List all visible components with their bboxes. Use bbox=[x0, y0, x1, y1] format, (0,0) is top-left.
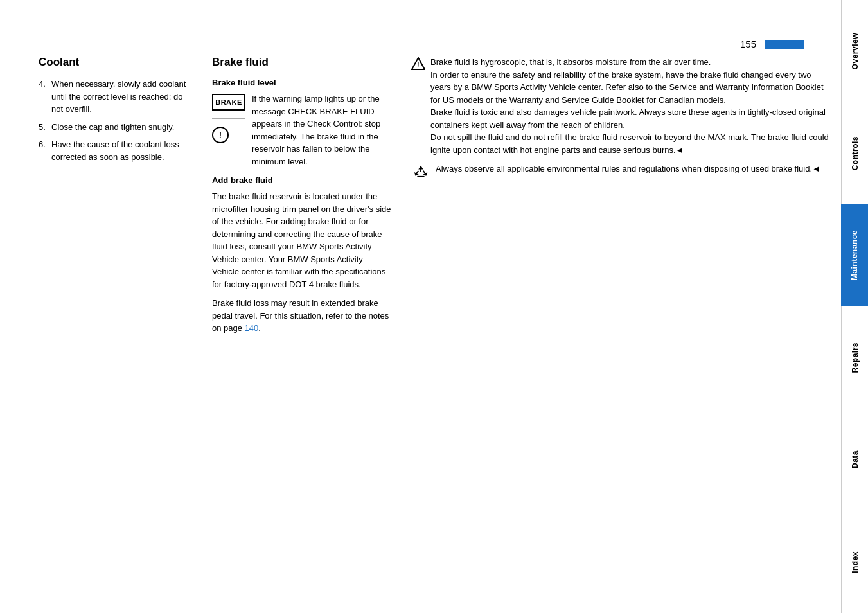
sidebar-tab-controls[interactable]: Controls bbox=[841, 102, 868, 204]
sidebar-tab-maintenance[interactable]: Maintenance bbox=[841, 204, 868, 306]
main-content: 155 Coolant 4. When necessary, slowly ad… bbox=[0, 0, 868, 613]
exclamation-circle-icon: ! bbox=[212, 127, 229, 143]
environmental-text: Always observe all applicable environmen… bbox=[436, 163, 820, 175]
brake-label: BRAKE bbox=[215, 98, 242, 106]
sidebar-tab-maintenance-label: Maintenance bbox=[850, 230, 859, 280]
brake-level-text: If the warning lamp lights up or the mes… bbox=[252, 93, 392, 168]
hygroscopic-para4: Do not spill the fluid and do not refill… bbox=[430, 132, 829, 155]
page-header: 155 bbox=[39, 39, 842, 49]
brake-fluid-section: Brake fluid Brake fluid level BRAKE ! If… bbox=[212, 56, 411, 587]
svg-text:!: ! bbox=[417, 62, 419, 69]
brake-fluid-warnings: ! Brake fluid is hygroscopic, that is, i… bbox=[411, 56, 842, 587]
right-sidebar: Overview Controls Maintenance Repairs Da… bbox=[841, 0, 868, 613]
add-brake-fluid-title: Add brake fluid bbox=[212, 175, 392, 185]
list-item: 5. Close the cap and tighten snugly. bbox=[39, 121, 193, 134]
page-number: 155 bbox=[740, 39, 756, 49]
sidebar-tab-index[interactable]: Index bbox=[841, 511, 868, 613]
hygroscopic-para3: Brake fluid is toxic and also damages ve… bbox=[430, 107, 826, 130]
coolant-list: 4. When necessary, slowly add coolant un… bbox=[39, 78, 193, 163]
brake-fluid-level-title: Brake fluid level bbox=[212, 78, 392, 87]
content-columns: Coolant 4. When necessary, slowly add co… bbox=[39, 56, 842, 587]
list-text: When necessary, slowly add coolant until… bbox=[51, 79, 186, 114]
page-link[interactable]: 140 bbox=[245, 323, 259, 333]
sidebar-tab-repairs-label: Repairs bbox=[851, 342, 860, 373]
brake-fluid-title: Brake fluid bbox=[212, 56, 392, 69]
list-item: 6. Have the cause of the coolant loss co… bbox=[39, 138, 193, 163]
brake-warning-box: BRAKE bbox=[212, 94, 245, 111]
hygroscopic-line1: Brake fluid is hygroscopic, that is, it … bbox=[430, 57, 711, 67]
coolant-section: Coolant 4. When necessary, slowly add co… bbox=[39, 56, 212, 587]
add-brake-fluid-text-2: Brake fluid loss may result in extended … bbox=[212, 297, 392, 335]
list-text: Have the cause of the coolant loss corre… bbox=[51, 139, 179, 162]
list-num: 5. bbox=[39, 121, 46, 134]
sidebar-tab-overview[interactable]: Overview bbox=[841, 0, 868, 102]
sidebar-tab-repairs[interactable]: Repairs bbox=[841, 306, 868, 409]
hygroscopic-text: Brake fluid is hygroscopic, that is, it … bbox=[430, 56, 829, 156]
sidebar-tab-overview-label: Overview bbox=[851, 33, 860, 69]
sidebar-tab-data[interactable]: Data bbox=[841, 409, 868, 511]
list-num: 4. bbox=[39, 78, 46, 91]
recycle-icon bbox=[411, 164, 430, 182]
list-text: Close the cap and tighten snugly. bbox=[51, 122, 174, 132]
divider-line bbox=[212, 118, 245, 119]
sidebar-tab-data-label: Data bbox=[851, 450, 860, 468]
environmental-warning: Always observe all applicable environmen… bbox=[411, 163, 829, 182]
brake-indicator-container: BRAKE ! If the warning lamp lights up or… bbox=[212, 93, 392, 168]
brake-icons-col: BRAKE ! bbox=[212, 94, 245, 143]
header-blue-bar bbox=[765, 40, 804, 49]
page-container: 155 Coolant 4. When necessary, slowly ad… bbox=[0, 0, 868, 613]
sidebar-tab-index-label: Index bbox=[851, 551, 860, 573]
hygroscopic-warning: ! Brake fluid is hygroscopic, that is, i… bbox=[411, 56, 829, 156]
coolant-title: Coolant bbox=[39, 56, 193, 69]
sidebar-tab-controls-label: Controls bbox=[851, 136, 860, 170]
add-brake-fluid-text-1: The brake fluid reservoir is located und… bbox=[212, 190, 392, 290]
warning-triangle-icon: ! bbox=[411, 57, 425, 70]
list-item: 4. When necessary, slowly add coolant un… bbox=[39, 78, 193, 116]
hygroscopic-para2: In order to ensure the safety and reliab… bbox=[430, 70, 824, 105]
list-num: 6. bbox=[39, 138, 46, 151]
